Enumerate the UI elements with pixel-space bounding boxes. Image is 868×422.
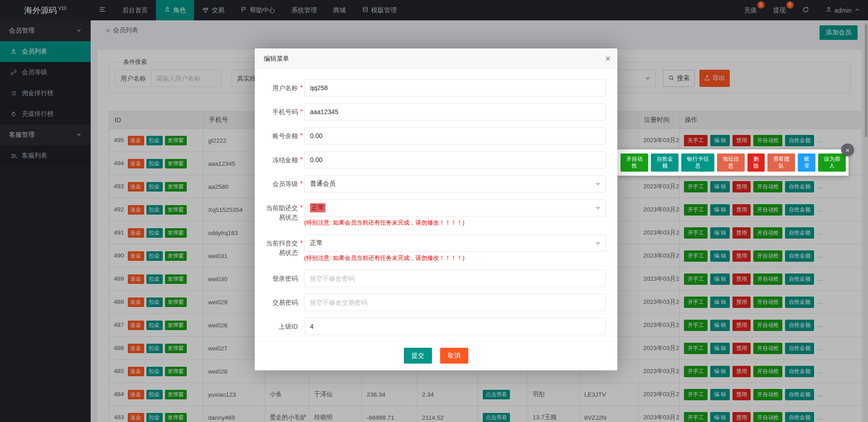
required-asterisk: * <box>301 131 303 140</box>
delete-button[interactable]: 删除 <box>747 153 765 172</box>
field-label-text: 当前助还交易状态 <box>266 204 298 221</box>
login-password-field[interactable] <box>304 270 606 287</box>
field-control <box>304 270 606 287</box>
field-label-text: 交易密码 <box>272 299 298 306</box>
cancel-button[interactable]: 取消 <box>440 348 468 364</box>
modal-close-button[interactable]: × <box>605 53 611 64</box>
field-label: 会员等级* <box>266 175 304 192</box>
field-control: 正常(特别注意: 如果会员当前还有任务未完成，请勿修改！！！！) <box>304 235 606 262</box>
frozen-amount-field[interactable] <box>304 151 606 168</box>
field-label-text: 上级ID <box>279 323 298 330</box>
field-label: 当前助还交易状态* <box>266 199 304 227</box>
submit-button[interactable]: 提交 <box>404 348 432 364</box>
select-value: 正常 <box>310 203 325 212</box>
modal-form-row: 会员等级*普通会员 <box>255 175 617 192</box>
required-asterisk: * <box>301 107 303 116</box>
required-asterisk: * <box>301 238 303 248</box>
modal-body: 用户名称*手机号码*账号余额*冻结金额*会员等级*普通会员当前助还交易状态*正常… <box>255 69 617 335</box>
field-label: 当前抖音交易状态* <box>266 235 304 262</box>
loan-trade-status-select[interactable]: 正常 <box>304 199 606 216</box>
member-level-select[interactable]: 普通会员 <box>304 175 606 192</box>
modal-form-row: 上级ID <box>255 318 617 335</box>
field-label: 用户名称* <box>266 79 304 96</box>
field-label: 手机号码* <box>266 103 304 120</box>
required-asterisk: * <box>301 203 303 212</box>
required-asterisk: * <box>301 83 303 92</box>
modal-form-row: 当前助还交易状态*正常(特别注意: 如果会员当前还有任务未完成，请勿修改！！！！… <box>255 199 617 227</box>
row-actions-popup: 开自动抢自抢金额银行卡信息地址信息删除查看团队账变设为假人 <box>617 149 849 176</box>
field-label: 账号余额* <box>266 127 304 144</box>
field-label-text: 用户名称 <box>272 84 298 91</box>
required-asterisk: * <box>301 179 303 188</box>
balance-field[interactable] <box>304 127 606 144</box>
field-label: 冻结金额* <box>266 151 304 168</box>
field-control: 正常(特别注意: 如果会员当前还有任务未完成，请勿修改！！！！) <box>304 199 606 227</box>
field-label: 登录密码 <box>266 270 304 287</box>
grab-amount-button[interactable]: 自抢金额 <box>651 153 679 172</box>
field-control <box>304 151 606 168</box>
field-label-text: 会员等级 <box>272 180 298 187</box>
warning-note: (特别注意: 如果会员当前还有任务未完成，请勿修改！！！！) <box>304 219 606 227</box>
modal-form-row: 用户名称* <box>255 79 617 96</box>
view-team-button[interactable]: 查看团队 <box>767 153 795 172</box>
parent-id-field[interactable] <box>304 318 606 335</box>
open-auto-grab-button[interactable]: 开自动抢 <box>621 153 648 172</box>
required-asterisk: * <box>301 155 303 164</box>
field-label: 交易密码 <box>266 294 304 311</box>
field-control <box>304 127 606 144</box>
address-info-button[interactable]: 地址信息 <box>717 153 745 172</box>
field-label-text: 登录密码 <box>272 275 298 282</box>
popup-close-button[interactable]: × <box>841 144 854 156</box>
edit-member-modal: 编辑菜单 × 用户名称*手机号码*账号余额*冻结金额*会员等级*普通会员当前助还… <box>255 48 617 370</box>
modal-form-row: 当前抖音交易状态*正常(特别注意: 如果会员当前还有任务未完成，请勿修改！！！！… <box>255 235 617 262</box>
modal-title: 编辑菜单 <box>255 48 617 69</box>
field-label-text: 账号余额 <box>272 132 298 139</box>
select-value: 普通会员 <box>310 180 335 188</box>
field-control <box>304 294 606 311</box>
modal-form-row: 登录密码 <box>255 270 617 287</box>
modal-form-row: 账号余额* <box>255 127 617 144</box>
field-label: 上级ID <box>266 318 304 335</box>
modal-form-row: 手机号码* <box>255 103 617 120</box>
field-label-text: 手机号码 <box>272 108 298 115</box>
select-value: 正常 <box>310 239 323 247</box>
chevron-down-icon <box>595 183 601 188</box>
douyin-trade-status-select[interactable]: 正常 <box>304 235 606 252</box>
field-control <box>304 79 606 96</box>
chevron-down-icon <box>595 242 601 248</box>
modal-footer: 提交 取消 <box>255 341 617 370</box>
chevron-down-icon <box>595 207 601 212</box>
modal-form-row: 交易密码 <box>255 294 617 311</box>
phone-field[interactable] <box>304 103 606 120</box>
field-control: 普通会员 <box>304 175 606 192</box>
warning-note: (特别注意: 如果会员当前还有任务未完成，请勿修改！！！！) <box>304 254 606 262</box>
field-control <box>304 318 606 335</box>
trade-password-field[interactable] <box>304 294 606 311</box>
set-fake-button[interactable]: 设为假人 <box>818 153 846 172</box>
bank-info-button[interactable]: 银行卡信息 <box>681 153 714 172</box>
account-change-button[interactable]: 账变 <box>798 153 815 172</box>
field-control <box>304 103 606 120</box>
modal-form-row: 冻结金额* <box>255 151 617 168</box>
username-field[interactable] <box>304 79 606 96</box>
field-label-text: 当前抖音交易状态 <box>266 240 298 256</box>
field-label-text: 冻结金额 <box>272 156 298 163</box>
